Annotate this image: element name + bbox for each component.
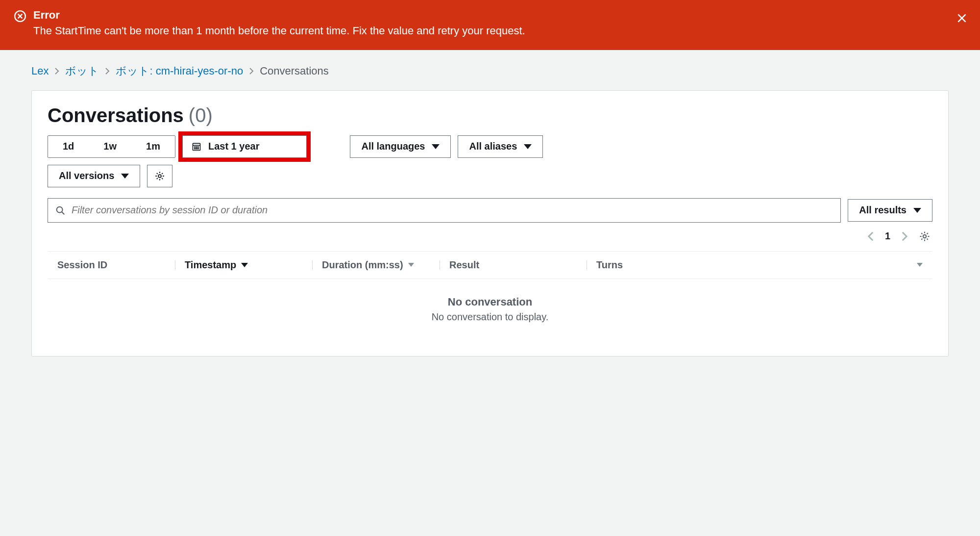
col-turns[interactable]: Turns (587, 259, 932, 271)
calendar-icon (192, 142, 201, 152)
col-result[interactable]: Result (440, 259, 587, 271)
time-range-segments: 1d 1w 1m (48, 135, 175, 158)
svg-point-9 (197, 147, 198, 148)
empty-subtitle: No conversation to display. (48, 311, 932, 323)
results-filter[interactable]: All results (848, 199, 932, 222)
svg-point-12 (197, 148, 198, 149)
close-icon[interactable] (956, 12, 968, 25)
empty-state: No conversation No conversation to displ… (48, 279, 932, 344)
sort-icon (408, 263, 414, 267)
time-range-1m[interactable]: 1m (131, 136, 175, 157)
time-range-1d[interactable]: 1d (48, 136, 89, 157)
col-session-id[interactable]: Session ID (48, 259, 175, 271)
pagination: 1 (48, 227, 932, 251)
chevron-right-icon (54, 67, 59, 75)
breadcrumb-link-bots[interactable]: ボット (65, 64, 99, 78)
sort-desc-icon (241, 263, 248, 267)
caret-down-icon (432, 144, 440, 149)
custom-date-range-label: Last 1 year (208, 141, 260, 152)
versions-filter[interactable]: All versions (48, 165, 140, 187)
svg-point-8 (196, 147, 197, 148)
languages-filter-label: All languages (361, 141, 425, 152)
conversations-table: Session ID Timestamp Duration (mm:ss) Re… (48, 251, 932, 344)
chevron-right-icon (105, 67, 110, 75)
search-icon (55, 205, 66, 216)
col-duration-label: Duration (mm:ss) (322, 259, 403, 271)
col-timestamp-label: Timestamp (185, 259, 236, 271)
col-result-label: Result (449, 259, 479, 271)
search-box[interactable] (48, 198, 841, 223)
table-header: Session ID Timestamp Duration (mm:ss) Re… (48, 251, 932, 279)
error-icon (14, 10, 26, 23)
svg-line-15 (62, 212, 64, 214)
caret-down-icon (121, 174, 129, 179)
custom-date-range-picker[interactable]: Last 1 year (182, 135, 307, 158)
sort-icon (917, 263, 923, 267)
breadcrumb-link-lex[interactable]: Lex (31, 65, 49, 77)
caret-down-icon (524, 144, 532, 149)
svg-point-11 (196, 148, 197, 149)
conversations-panel: Conversations (0) 1d 1w 1m Last 1 year (31, 90, 949, 357)
aliases-filter[interactable]: All aliases (458, 135, 543, 158)
svg-point-10 (195, 148, 196, 149)
col-duration[interactable]: Duration (mm:ss) (312, 259, 440, 271)
time-range-1w[interactable]: 1w (89, 136, 131, 157)
svg-point-7 (195, 147, 196, 148)
error-title: Error (33, 9, 966, 22)
aliases-filter-label: All aliases (469, 141, 517, 152)
col-session-label: Session ID (57, 259, 107, 271)
prev-page-button[interactable] (867, 231, 874, 242)
page-title-count: (0) (189, 104, 213, 127)
error-banner: Error The StartTime can't be more than 1… (0, 0, 980, 50)
error-message: The StartTime can't be more than 1 month… (33, 24, 966, 38)
page-number: 1 (885, 230, 890, 242)
svg-point-13 (158, 175, 161, 178)
table-settings-button[interactable] (919, 230, 931, 242)
versions-filter-label: All versions (59, 170, 114, 181)
settings-button[interactable] (147, 165, 172, 187)
languages-filter[interactable]: All languages (350, 135, 451, 158)
breadcrumb-link-bot-detail[interactable]: ボット: cm-hirai-yes-or-no (116, 64, 243, 78)
caret-down-icon (913, 208, 921, 213)
gear-icon (154, 171, 165, 181)
next-page-button[interactable] (901, 231, 908, 242)
search-input[interactable] (72, 204, 833, 216)
breadcrumb: Lex ボット ボット: cm-hirai-yes-or-no Conversa… (31, 64, 949, 78)
svg-point-16 (923, 234, 926, 237)
chevron-right-icon (249, 67, 254, 75)
svg-point-14 (57, 206, 63, 212)
col-turns-label: Turns (596, 259, 623, 271)
page-title-text: Conversations (48, 104, 184, 127)
breadcrumb-current: Conversations (260, 65, 329, 77)
col-timestamp[interactable]: Timestamp (175, 259, 312, 271)
empty-title: No conversation (48, 296, 932, 308)
results-filter-label: All results (859, 204, 906, 216)
page-title: Conversations (0) (48, 104, 932, 127)
